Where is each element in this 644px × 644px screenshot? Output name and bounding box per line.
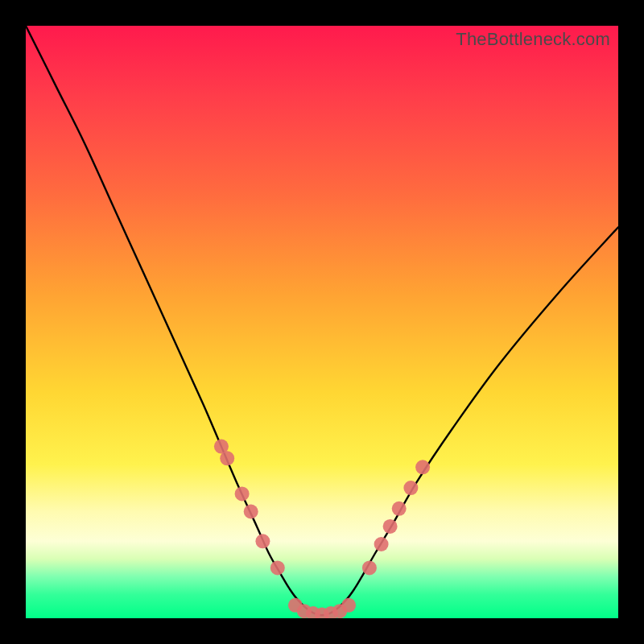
- marker-dot: [374, 537, 389, 551]
- marker-dot: [362, 560, 377, 575]
- marker-dot: [220, 451, 234, 465]
- marker-dot: [341, 598, 356, 613]
- chart-frame: TheBottleneck.com: [0, 0, 644, 644]
- marker-dot: [392, 502, 407, 516]
- marker-dot: [403, 481, 418, 495]
- bottleneck-curve: [26, 26, 618, 615]
- marker-dots: [214, 440, 430, 618]
- plot-area: TheBottleneck.com: [26, 26, 618, 618]
- marker-dot: [270, 560, 285, 575]
- marker-dot: [383, 519, 398, 534]
- marker-dot: [235, 486, 250, 501]
- marker-dot: [244, 505, 258, 519]
- marker-dot: [415, 460, 430, 474]
- bottleneck-curve-svg: [26, 26, 618, 618]
- marker-dot: [255, 534, 270, 548]
